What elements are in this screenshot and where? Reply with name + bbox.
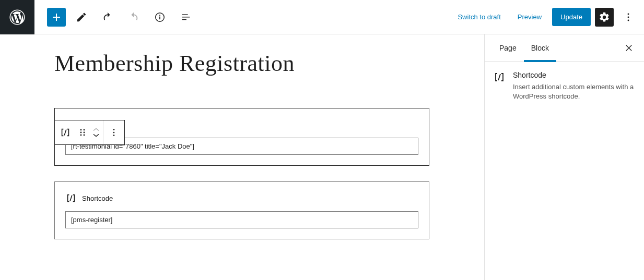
undo-icon: [102, 11, 113, 23]
redo-icon: [128, 11, 139, 23]
tab-page[interactable]: Page: [492, 34, 524, 62]
sidebar-tabs: Page Block: [485, 34, 644, 62]
move-arrows[interactable]: [89, 120, 103, 144]
svg-rect-2: [159, 16, 160, 19]
list-view-icon: [180, 11, 192, 23]
more-options-button[interactable]: [618, 7, 639, 28]
shortcode-block[interactable]: Shortcode: [54, 181, 429, 239]
svg-point-12: [84, 135, 85, 136]
update-button[interactable]: Update: [552, 8, 591, 26]
svg-point-5: [628, 16, 629, 18]
more-vertical-icon: [108, 127, 120, 138]
top-bar: Switch to draft Preview Update: [0, 0, 644, 34]
gear-icon: [599, 11, 610, 23]
block-more-button[interactable]: [103, 120, 124, 144]
block-info-panel: Shortcode Insert additional custom eleme…: [485, 62, 644, 111]
block-info-title: Shortcode: [513, 71, 636, 79]
drag-handle[interactable]: [76, 120, 89, 144]
outline-button[interactable]: [175, 7, 196, 28]
svg-point-7: [80, 129, 82, 131]
settings-sidebar: Page Block Shortcode Insert additional c…: [484, 34, 644, 280]
shortcode-label: Shortcode: [82, 194, 113, 202]
page-title[interactable]: Membership Registration: [54, 50, 484, 77]
add-block-button[interactable]: [47, 8, 66, 27]
block-type-button[interactable]: [55, 120, 76, 144]
shortcode-icon: [65, 192, 77, 204]
svg-point-8: [84, 129, 85, 131]
block-toolbar: [54, 120, 125, 145]
pencil-icon: [76, 11, 87, 23]
svg-point-13: [113, 129, 115, 130]
preview-button[interactable]: Preview: [511, 9, 548, 25]
main-row: Membership Registration: [0, 34, 644, 280]
svg-point-10: [84, 132, 85, 133]
drag-icon: [79, 127, 86, 138]
edit-mode-button[interactable]: [71, 7, 92, 28]
toolbar-right: Switch to draft Preview Update: [451, 7, 644, 28]
switch-to-draft-button[interactable]: Switch to draft: [451, 9, 507, 25]
close-sidebar-button[interactable]: [621, 40, 637, 56]
svg-point-15: [113, 135, 115, 136]
info-icon: [154, 11, 166, 23]
svg-point-6: [628, 19, 629, 21]
tab-block[interactable]: Block: [524, 34, 556, 62]
plus-icon: [50, 11, 63, 23]
more-vertical-icon: [623, 11, 634, 23]
shortcode-icon: [60, 127, 71, 138]
svg-point-11: [80, 135, 82, 136]
toolbar-left: [34, 7, 196, 28]
svg-point-4: [628, 13, 629, 15]
wordpress-icon: [9, 9, 25, 25]
svg-point-9: [80, 132, 82, 133]
chevron-up-icon: [92, 127, 100, 132]
redo-button[interactable]: [123, 7, 144, 28]
settings-button[interactable]: [595, 8, 614, 27]
wordpress-logo[interactable]: [0, 0, 34, 34]
svg-point-14: [113, 132, 115, 133]
undo-button[interactable]: [97, 7, 118, 28]
editor-area: Membership Registration: [0, 34, 484, 280]
svg-rect-3: [159, 15, 160, 16]
shortcode-input[interactable]: [65, 211, 418, 228]
close-icon: [624, 43, 634, 53]
chevron-down-icon: [92, 132, 100, 138]
block-info-description: Insert additional custom elements with a…: [513, 82, 636, 101]
shortcode-icon: [493, 71, 506, 101]
info-button[interactable]: [149, 7, 170, 28]
